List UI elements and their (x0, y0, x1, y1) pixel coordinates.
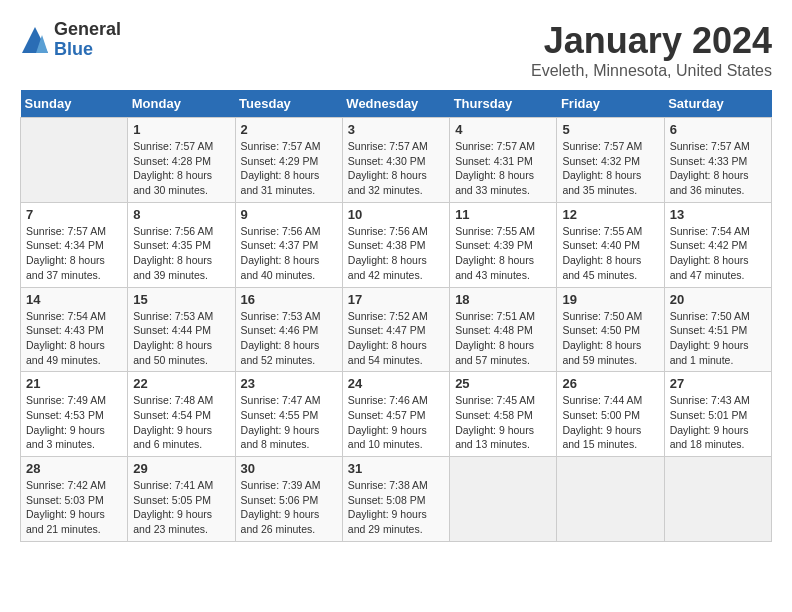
calendar-cell (664, 457, 771, 542)
day-info: Sunrise: 7:57 AM Sunset: 4:34 PM Dayligh… (26, 224, 122, 283)
day-number: 27 (670, 376, 766, 391)
day-number: 25 (455, 376, 551, 391)
day-info: Sunrise: 7:48 AM Sunset: 4:54 PM Dayligh… (133, 393, 229, 452)
day-number: 22 (133, 376, 229, 391)
day-info: Sunrise: 7:43 AM Sunset: 5:01 PM Dayligh… (670, 393, 766, 452)
day-number: 16 (241, 292, 337, 307)
calendar-table: SundayMondayTuesdayWednesdayThursdayFrid… (20, 90, 772, 542)
day-info: Sunrise: 7:44 AM Sunset: 5:00 PM Dayligh… (562, 393, 658, 452)
day-info: Sunrise: 7:51 AM Sunset: 4:48 PM Dayligh… (455, 309, 551, 368)
day-info: Sunrise: 7:55 AM Sunset: 4:40 PM Dayligh… (562, 224, 658, 283)
day-number: 14 (26, 292, 122, 307)
day-number: 9 (241, 207, 337, 222)
day-info: Sunrise: 7:42 AM Sunset: 5:03 PM Dayligh… (26, 478, 122, 537)
day-info: Sunrise: 7:41 AM Sunset: 5:05 PM Dayligh… (133, 478, 229, 537)
day-number: 18 (455, 292, 551, 307)
day-number: 29 (133, 461, 229, 476)
calendar-cell (21, 118, 128, 203)
calendar-cell: 11Sunrise: 7:55 AM Sunset: 4:39 PM Dayli… (450, 202, 557, 287)
logo-icon (20, 25, 50, 55)
day-number: 4 (455, 122, 551, 137)
calendar-cell: 16Sunrise: 7:53 AM Sunset: 4:46 PM Dayli… (235, 287, 342, 372)
day-number: 20 (670, 292, 766, 307)
day-number: 19 (562, 292, 658, 307)
day-number: 3 (348, 122, 444, 137)
day-info: Sunrise: 7:57 AM Sunset: 4:28 PM Dayligh… (133, 139, 229, 198)
day-number: 28 (26, 461, 122, 476)
calendar-cell: 15Sunrise: 7:53 AM Sunset: 4:44 PM Dayli… (128, 287, 235, 372)
weekday-header: Sunday (21, 90, 128, 118)
calendar-cell: 30Sunrise: 7:39 AM Sunset: 5:06 PM Dayli… (235, 457, 342, 542)
day-info: Sunrise: 7:57 AM Sunset: 4:30 PM Dayligh… (348, 139, 444, 198)
day-info: Sunrise: 7:57 AM Sunset: 4:32 PM Dayligh… (562, 139, 658, 198)
day-info: Sunrise: 7:56 AM Sunset: 4:35 PM Dayligh… (133, 224, 229, 283)
day-number: 8 (133, 207, 229, 222)
weekday-header: Wednesday (342, 90, 449, 118)
day-number: 24 (348, 376, 444, 391)
calendar-week-row: 1Sunrise: 7:57 AM Sunset: 4:28 PM Daylig… (21, 118, 772, 203)
day-info: Sunrise: 7:57 AM Sunset: 4:31 PM Dayligh… (455, 139, 551, 198)
calendar-week-row: 28Sunrise: 7:42 AM Sunset: 5:03 PM Dayli… (21, 457, 772, 542)
day-info: Sunrise: 7:57 AM Sunset: 4:33 PM Dayligh… (670, 139, 766, 198)
weekday-header: Saturday (664, 90, 771, 118)
day-info: Sunrise: 7:47 AM Sunset: 4:55 PM Dayligh… (241, 393, 337, 452)
day-info: Sunrise: 7:38 AM Sunset: 5:08 PM Dayligh… (348, 478, 444, 537)
calendar-cell: 19Sunrise: 7:50 AM Sunset: 4:50 PM Dayli… (557, 287, 664, 372)
day-number: 5 (562, 122, 658, 137)
day-number: 10 (348, 207, 444, 222)
calendar-cell: 27Sunrise: 7:43 AM Sunset: 5:01 PM Dayli… (664, 372, 771, 457)
day-number: 12 (562, 207, 658, 222)
calendar-cell: 17Sunrise: 7:52 AM Sunset: 4:47 PM Dayli… (342, 287, 449, 372)
calendar-week-row: 14Sunrise: 7:54 AM Sunset: 4:43 PM Dayli… (21, 287, 772, 372)
calendar-cell: 8Sunrise: 7:56 AM Sunset: 4:35 PM Daylig… (128, 202, 235, 287)
calendar-cell: 2Sunrise: 7:57 AM Sunset: 4:29 PM Daylig… (235, 118, 342, 203)
main-title: January 2024 (531, 20, 772, 62)
day-info: Sunrise: 7:49 AM Sunset: 4:53 PM Dayligh… (26, 393, 122, 452)
page-header: General Blue January 2024 Eveleth, Minne… (20, 20, 772, 80)
calendar-cell: 24Sunrise: 7:46 AM Sunset: 4:57 PM Dayli… (342, 372, 449, 457)
day-info: Sunrise: 7:50 AM Sunset: 4:51 PM Dayligh… (670, 309, 766, 368)
calendar-cell: 14Sunrise: 7:54 AM Sunset: 4:43 PM Dayli… (21, 287, 128, 372)
weekday-header: Tuesday (235, 90, 342, 118)
calendar-cell: 7Sunrise: 7:57 AM Sunset: 4:34 PM Daylig… (21, 202, 128, 287)
calendar-cell: 6Sunrise: 7:57 AM Sunset: 4:33 PM Daylig… (664, 118, 771, 203)
calendar-cell: 4Sunrise: 7:57 AM Sunset: 4:31 PM Daylig… (450, 118, 557, 203)
day-info: Sunrise: 7:55 AM Sunset: 4:39 PM Dayligh… (455, 224, 551, 283)
weekday-header: Monday (128, 90, 235, 118)
weekday-header-row: SundayMondayTuesdayWednesdayThursdayFrid… (21, 90, 772, 118)
calendar-cell: 5Sunrise: 7:57 AM Sunset: 4:32 PM Daylig… (557, 118, 664, 203)
day-number: 15 (133, 292, 229, 307)
calendar-cell: 28Sunrise: 7:42 AM Sunset: 5:03 PM Dayli… (21, 457, 128, 542)
day-info: Sunrise: 7:53 AM Sunset: 4:46 PM Dayligh… (241, 309, 337, 368)
day-info: Sunrise: 7:52 AM Sunset: 4:47 PM Dayligh… (348, 309, 444, 368)
calendar-cell: 18Sunrise: 7:51 AM Sunset: 4:48 PM Dayli… (450, 287, 557, 372)
calendar-cell: 3Sunrise: 7:57 AM Sunset: 4:30 PM Daylig… (342, 118, 449, 203)
calendar-cell: 22Sunrise: 7:48 AM Sunset: 4:54 PM Dayli… (128, 372, 235, 457)
day-info: Sunrise: 7:56 AM Sunset: 4:37 PM Dayligh… (241, 224, 337, 283)
calendar-cell: 26Sunrise: 7:44 AM Sunset: 5:00 PM Dayli… (557, 372, 664, 457)
day-number: 7 (26, 207, 122, 222)
calendar-cell (450, 457, 557, 542)
day-number: 23 (241, 376, 337, 391)
day-number: 13 (670, 207, 766, 222)
day-info: Sunrise: 7:57 AM Sunset: 4:29 PM Dayligh… (241, 139, 337, 198)
calendar-cell: 10Sunrise: 7:56 AM Sunset: 4:38 PM Dayli… (342, 202, 449, 287)
day-info: Sunrise: 7:54 AM Sunset: 4:43 PM Dayligh… (26, 309, 122, 368)
calendar-cell: 9Sunrise: 7:56 AM Sunset: 4:37 PM Daylig… (235, 202, 342, 287)
calendar-week-row: 21Sunrise: 7:49 AM Sunset: 4:53 PM Dayli… (21, 372, 772, 457)
logo-text: General Blue (54, 20, 121, 60)
logo: General Blue (20, 20, 121, 60)
calendar-week-row: 7Sunrise: 7:57 AM Sunset: 4:34 PM Daylig… (21, 202, 772, 287)
weekday-header: Thursday (450, 90, 557, 118)
day-number: 17 (348, 292, 444, 307)
day-info: Sunrise: 7:45 AM Sunset: 4:58 PM Dayligh… (455, 393, 551, 452)
logo-general: General (54, 20, 121, 40)
calendar-cell (557, 457, 664, 542)
day-info: Sunrise: 7:54 AM Sunset: 4:42 PM Dayligh… (670, 224, 766, 283)
title-block: January 2024 Eveleth, Minnesota, United … (531, 20, 772, 80)
calendar-cell: 13Sunrise: 7:54 AM Sunset: 4:42 PM Dayli… (664, 202, 771, 287)
calendar-cell: 20Sunrise: 7:50 AM Sunset: 4:51 PM Dayli… (664, 287, 771, 372)
day-number: 30 (241, 461, 337, 476)
day-number: 31 (348, 461, 444, 476)
day-number: 11 (455, 207, 551, 222)
